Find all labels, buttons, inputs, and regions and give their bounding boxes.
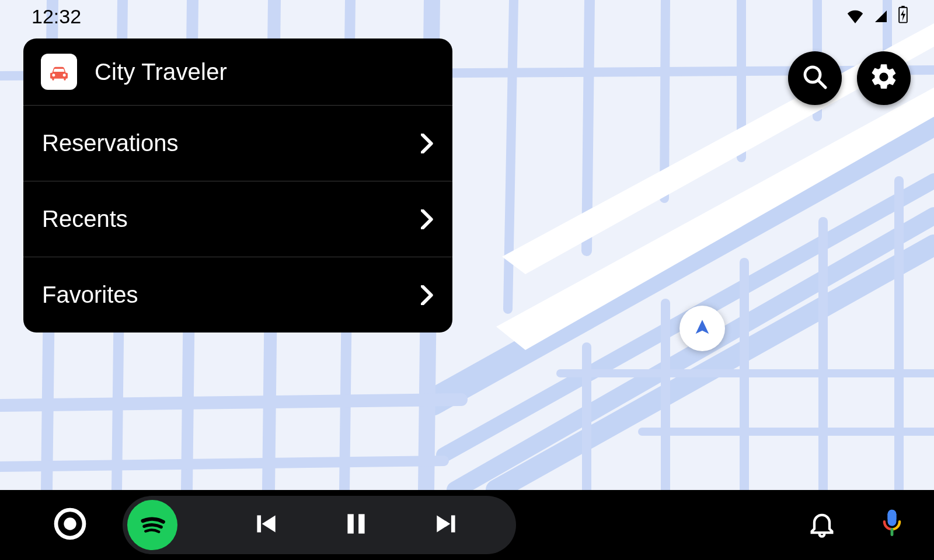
menu-item-reservations[interactable]: Reservations [23, 106, 452, 181]
svg-rect-8 [257, 515, 261, 532]
app-panel-header: City Traveler [23, 38, 452, 106]
status-bar: 12:32 [0, 0, 934, 33]
home-circle-icon [51, 505, 89, 545]
home-button[interactable] [51, 505, 89, 545]
media-controls [123, 496, 516, 554]
current-location[interactable] [679, 306, 725, 351]
pause-icon [341, 509, 371, 541]
gear-icon [869, 62, 899, 94]
search-icon [801, 63, 829, 93]
svg-rect-10 [358, 514, 364, 533]
svg-rect-9 [347, 514, 353, 533]
clock: 12:32 [32, 5, 81, 28]
menu-item-label: Recents [42, 206, 128, 232]
app-icon [41, 54, 77, 90]
cellular-icon [872, 5, 890, 28]
chevron-right-icon [421, 134, 434, 153]
skip-previous-icon [251, 509, 280, 541]
battery-icon [898, 5, 908, 28]
spotify-icon[interactable] [127, 500, 177, 550]
previous-track-button[interactable] [222, 509, 309, 541]
navigation-arrow-icon [692, 317, 712, 340]
svg-point-7 [64, 517, 76, 530]
notifications-button[interactable] [807, 509, 837, 541]
menu-item-label: Reservations [42, 130, 178, 156]
map-actions [788, 51, 911, 105]
settings-button[interactable] [857, 51, 911, 105]
microphone-icon [878, 508, 906, 542]
skip-next-icon [432, 509, 461, 541]
svg-rect-11 [451, 515, 455, 532]
app-title: City Traveler [95, 59, 227, 85]
menu-item-recents[interactable]: Recents [23, 181, 452, 257]
menu-item-favorites[interactable]: Favorites [23, 257, 452, 332]
bottom-right-controls [807, 508, 906, 542]
chevron-right-icon [421, 209, 434, 229]
search-button[interactable] [788, 51, 842, 105]
bottom-bar [0, 490, 934, 560]
next-track-button[interactable] [403, 509, 490, 541]
play-pause-button[interactable] [309, 509, 403, 541]
wifi-icon [846, 5, 864, 28]
voice-assistant-button[interactable] [878, 508, 906, 542]
menu-item-label: Favorites [42, 282, 138, 308]
bell-icon [807, 509, 837, 541]
chevron-right-icon [421, 285, 434, 305]
app-panel: City Traveler Reservations Recents Favor… [23, 38, 452, 332]
status-icons [846, 5, 908, 28]
